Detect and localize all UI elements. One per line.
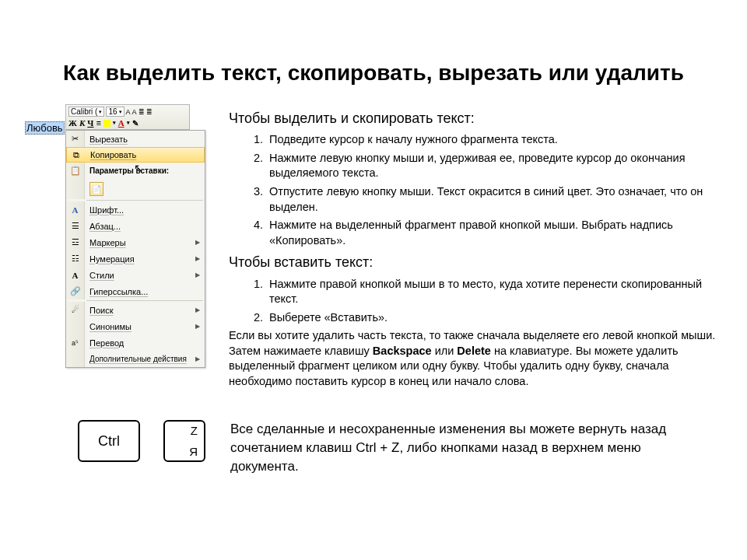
z-key: Z Я [163, 420, 205, 462]
highlight-icon[interactable] [103, 120, 110, 127]
shrink-font-icon[interactable]: A [132, 108, 137, 116]
format-painter-icon[interactable]: ✎ [132, 119, 139, 128]
menu-paragraph[interactable]: ☰ Абзац... [66, 218, 205, 234]
underline-icon[interactable]: Ч [87, 118, 93, 128]
chevron-right-icon: ▶ [195, 271, 200, 278]
menu-hyperlink[interactable]: 🔗 Гиперссылка... [66, 283, 205, 299]
menu-cut[interactable]: ✂ Вырезать [66, 131, 205, 147]
undo-description: Все сделанные и несохраненные изменения … [230, 420, 700, 475]
font-color-icon[interactable]: A [118, 118, 124, 128]
list-item: Отпустите левую кнопку мыши. Текст окрас… [266, 184, 716, 215]
page-title: Как выделить текст, скопировать, вырезат… [0, 0, 747, 86]
list-item: Подведите курсор к началу нужного фрагме… [266, 132, 716, 148]
section1-heading: Чтобы выделить и скопировать текст: [229, 109, 716, 128]
menu-styles[interactable]: A Стили ▶ [66, 267, 205, 283]
chevron-right-icon: ▶ [195, 355, 200, 362]
keyboard-keys: Ctrl Z Я [78, 420, 205, 462]
mini-toolbar: Calibri (▾ 16▾ A A ≣ ≣ Ж К Ч ≡ ▾ A ▾ ✎ [65, 104, 190, 130]
ctrl-key: Ctrl [78, 420, 140, 462]
align-icon[interactable]: ≡ [96, 118, 100, 128]
menu-extra-actions[interactable]: Дополнительные действия ▶ [66, 351, 205, 367]
menu-synonyms[interactable]: Синонимы ▶ [66, 318, 205, 334]
menu-paste-options-header: 📋 Параметры вставки: [66, 163, 205, 179]
styles-icon: A [66, 267, 85, 283]
chevron-right-icon: ▶ [195, 323, 200, 330]
context-menu: ✂ Вырезать ⧉ Копировать 📋 Параметры вста… [65, 130, 205, 368]
menu-copy[interactable]: ⧉ Копировать [66, 147, 205, 163]
chevron-right-icon: ▶ [195, 239, 200, 246]
chevron-right-icon: ▶ [195, 255, 200, 262]
menu-font[interactable]: A Шрифт... [66, 201, 205, 218]
chevron-right-icon: ▶ [195, 306, 200, 313]
instructions-panel: Чтобы выделить и скопировать текст: Подв… [229, 104, 716, 389]
indent-increase-icon[interactable]: ≣ [146, 108, 153, 116]
grow-font-icon[interactable]: A [126, 108, 131, 116]
hyperlink-icon: 🔗 [66, 283, 85, 299]
menu-bullets[interactable]: ☲ Маркеры ▶ [66, 234, 205, 250]
paragraph-icon: ☰ [66, 218, 85, 234]
screenshot-panel: Любовь Calibri (▾ 16▾ A A ≣ ≣ Ж К Ч ≡ ▾ … [47, 104, 210, 389]
paste-options-row: 📄 [66, 179, 205, 199]
italic-icon[interactable]: К [79, 118, 85, 128]
search-icon: ☄ [66, 302, 85, 318]
font-name-combo[interactable]: Calibri (▾ [68, 107, 104, 117]
list-item: Нажмите на выделенный фрагмент правой кн… [266, 218, 716, 248]
menu-numbering[interactable]: ☷ Нумерация ▶ [66, 250, 205, 267]
list-item: Нажмите правой кнопкой мыши в то место, … [266, 277, 716, 307]
section2-list: Нажмите правой кнопкой мыши в то место, … [229, 277, 716, 326]
indent-decrease-icon[interactable]: ≣ [139, 108, 145, 116]
menu-translate[interactable]: a⁵ Перевод [66, 334, 205, 351]
list-item: Выберете «Вставить». [266, 310, 716, 326]
selected-text-sample: Любовь [25, 121, 65, 135]
list-item: Нажмите левую кнопку мыши и, удерживая е… [266, 151, 716, 181]
bold-icon[interactable]: Ж [68, 118, 77, 128]
copy-icon: ⧉ [67, 147, 86, 163]
paste-option-icon[interactable]: 📄 [89, 182, 103, 196]
menu-search[interactable]: ☄ Поиск ▶ [66, 302, 205, 318]
translate-icon: a⁵ [66, 334, 85, 351]
numbering-icon: ☷ [66, 250, 85, 267]
clipboard-icon: 📋 [66, 163, 85, 179]
section2-heading: Чтобы вставить текст: [229, 253, 716, 271]
font-icon: A [66, 201, 85, 218]
delete-paragraph: Если вы хотите удалить часть текста, то … [229, 328, 716, 389]
scissors-icon: ✂ [66, 131, 85, 147]
section1-list: Подведите курсор к началу нужного фрагме… [229, 132, 716, 248]
bullets-icon: ☲ [66, 234, 85, 250]
font-size-combo[interactable]: 16▾ [106, 107, 124, 117]
